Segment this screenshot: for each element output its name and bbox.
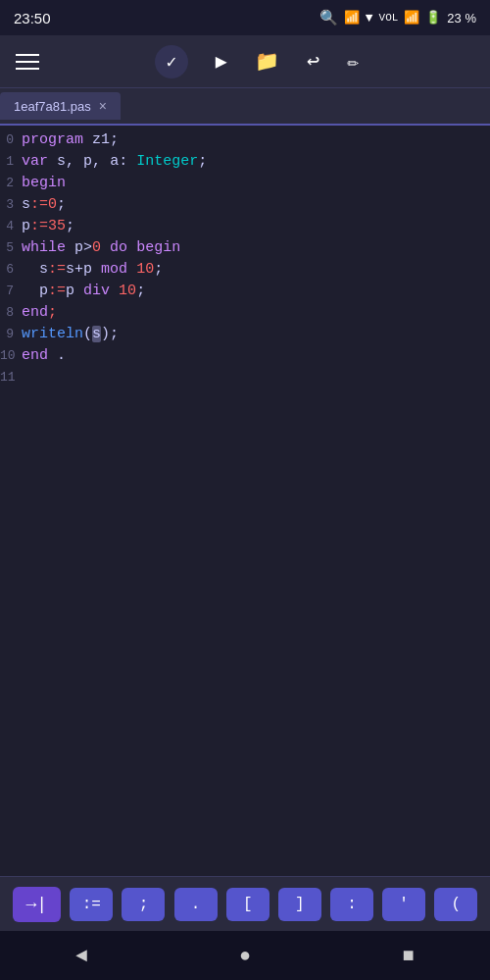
line-code-2: begin	[22, 173, 66, 194]
line-num-9: 9	[0, 324, 22, 345]
signal-icon: 📶	[344, 10, 360, 26]
network-icon: 📶	[404, 10, 419, 26]
line-code-5: while p>0 do begin	[22, 237, 180, 259]
line-num-5: 5	[0, 237, 22, 259]
toolbar-left	[16, 54, 39, 70]
line-code-0: program z1;	[22, 129, 119, 151]
code-line-4: 4 p:=35;	[0, 216, 490, 237]
line-num-0: 0	[0, 129, 22, 151]
bracket-open-key-button[interactable]: [	[226, 888, 270, 921]
undo-button[interactable]: ↩	[307, 48, 319, 75]
tab-close-button[interactable]: ×	[99, 98, 107, 114]
file-tab[interactable]: 1eaf7a81.pas ×	[0, 92, 121, 120]
line-num-1: 1	[0, 151, 22, 173]
line-num-10: 10	[0, 345, 22, 367]
battery-icon: 🔋	[425, 10, 441, 26]
toolbar: ✓ ▶ 📁 ↩ ✏	[0, 35, 490, 88]
vol-icon: VOL	[379, 12, 399, 24]
code-line-5: 5 while p>0 do begin	[0, 237, 490, 259]
line-code-3: s:=0;	[22, 194, 66, 216]
line-code-1: var s, p, a: Integer;	[22, 151, 207, 173]
edit-button[interactable]: ✏	[347, 49, 359, 74]
line-code-8: end;	[22, 302, 57, 324]
line-code-9: writeln(s);	[22, 324, 119, 345]
toolbar-center: ✓ ▶ 📁 ↩ ✏	[155, 45, 359, 78]
status-time: 23:50	[14, 10, 51, 26]
keyboard-bar: →| := ; . [ ] : ' (	[0, 876, 490, 931]
semicolon-key-button[interactable]: ;	[122, 888, 165, 921]
check-button[interactable]: ✓	[155, 45, 188, 78]
code-line-10: 10 end .	[0, 345, 490, 367]
nav-bar: ◄ ● ■	[0, 931, 490, 980]
line-code-4: p:=35;	[22, 216, 74, 237]
line-num-11: 11	[0, 367, 22, 388]
line-num-2: 2	[0, 173, 22, 194]
code-line-0: 0 program z1;	[0, 129, 490, 151]
folder-button[interactable]: 📁	[255, 49, 279, 74]
line-num-3: 3	[0, 194, 22, 216]
home-button[interactable]: ●	[216, 937, 274, 975]
play-button[interactable]: ▶	[216, 49, 227, 74]
recents-button[interactable]: ■	[379, 937, 438, 975]
back-button[interactable]: ◄	[52, 937, 111, 975]
tab-key-button[interactable]: →|	[13, 887, 62, 922]
tab-bar: 1eaf7a81.pas ×	[0, 88, 490, 126]
search-icon[interactable]: 🔍	[319, 9, 338, 27]
status-bar: 23:50 🔍 📶 ▼ VOL 📶 🔋 23 %	[0, 0, 490, 35]
status-icons: 🔍 📶 ▼ VOL 📶 🔋 23 %	[319, 9, 476, 27]
line-num-7: 7	[0, 281, 22, 302]
code-line-9: 9 writeln(s);	[0, 324, 490, 345]
code-line-8: 8 end;	[0, 302, 490, 324]
code-line-1: 1 var s, p, a: Integer;	[0, 151, 490, 173]
code-line-3: 3 s:=0;	[0, 194, 490, 216]
code-content: 0 program z1; 1 var s, p, a: Integer; 2 …	[0, 126, 490, 876]
line-num-6: 6	[0, 259, 22, 281]
code-line-7: 7 p:=p div 10;	[0, 281, 490, 302]
bracket-close-key-button[interactable]: ]	[278, 888, 321, 921]
quote-key-button[interactable]: '	[382, 888, 425, 921]
code-line-2: 2 begin	[0, 173, 490, 194]
code-area[interactable]: 0 program z1; 1 var s, p, a: Integer; 2 …	[0, 126, 490, 876]
colon-key-button[interactable]: :	[330, 888, 373, 921]
line-num-4: 4	[0, 216, 22, 237]
wifi-icon: ▼	[366, 11, 373, 26]
hamburger-menu-button[interactable]	[16, 54, 39, 70]
line-code-10: end .	[22, 345, 66, 367]
tab-filename: 1eaf7a81.pas	[14, 99, 91, 114]
code-line-11: 11	[0, 367, 490, 388]
line-num-8: 8	[0, 302, 22, 324]
paren-open-key-button[interactable]: (	[434, 888, 477, 921]
dot-key-button[interactable]: .	[174, 888, 218, 921]
battery-percent: 23 %	[447, 11, 476, 26]
code-line-6: 6 s:=s+p mod 10;	[0, 259, 490, 281]
assign-key-button[interactable]: :=	[70, 888, 113, 921]
line-code-6: s:=s+p mod 10;	[22, 259, 163, 281]
line-code-7: p:=p div 10;	[22, 281, 145, 302]
